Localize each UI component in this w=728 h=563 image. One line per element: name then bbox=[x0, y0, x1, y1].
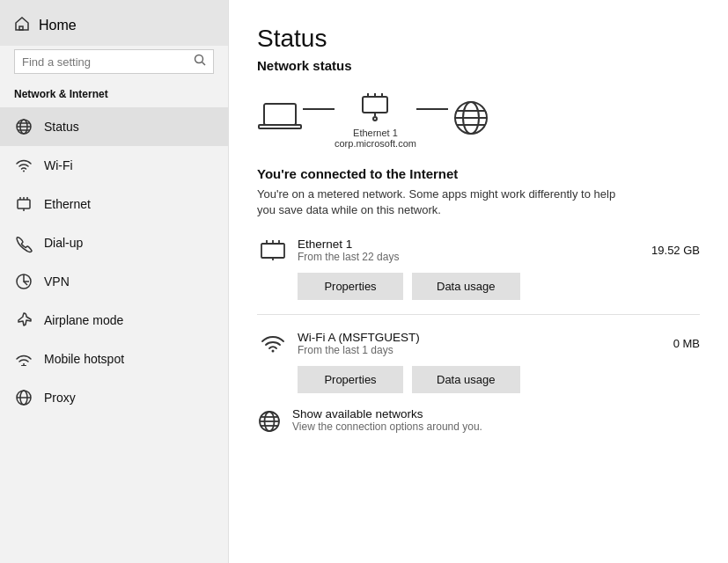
sidebar-item-hotspot[interactable]: Mobile hotspot bbox=[0, 340, 228, 378]
dialup-icon bbox=[14, 233, 33, 252]
wifi-card-name: Wi-Fi A (MSFTGUEST) bbox=[298, 331, 659, 344]
sidebar-item-label-dialup: Dial-up bbox=[44, 236, 83, 250]
wifi-icon bbox=[14, 156, 33, 175]
sidebar-item-dialup[interactable]: Dial-up bbox=[0, 223, 228, 262]
ethernet-card-buttons: Properties Data usage bbox=[298, 273, 700, 300]
router-icon bbox=[352, 87, 398, 124]
ethernet-card-size: 19.52 GB bbox=[651, 244, 700, 257]
sidebar-item-wifi[interactable]: Wi-Fi bbox=[0, 146, 228, 185]
svg-point-1 bbox=[195, 55, 203, 63]
svg-rect-9 bbox=[18, 200, 30, 208]
network-card-ethernet: Ethernet 1 From the last 22 days 19.52 G… bbox=[257, 234, 700, 300]
diagram-line-1 bbox=[303, 108, 335, 110]
sidebar-item-label-wifi: Wi-Fi bbox=[44, 158, 73, 172]
home-icon bbox=[14, 16, 30, 35]
show-networks-title: Show available networks bbox=[292, 407, 482, 420]
ethernet-data-usage-button[interactable]: Data usage bbox=[412, 273, 520, 300]
sidebar-item-home[interactable]: Home bbox=[0, 0, 228, 46]
diagram-router: Ethernet 1 corp.microsoft.com bbox=[335, 87, 416, 149]
status-globe-icon bbox=[14, 117, 33, 136]
svg-rect-23 bbox=[363, 97, 387, 113]
connected-heading: You're connected to the Internet bbox=[257, 166, 700, 181]
diagram-internet bbox=[448, 99, 494, 136]
show-networks-icon bbox=[257, 409, 282, 434]
wifi-card-text: Wi-Fi A (MSFTGUEST) From the last 1 days bbox=[298, 331, 659, 356]
diagram-line-2 bbox=[416, 108, 448, 110]
wifi-card-size: 0 MB bbox=[673, 337, 700, 350]
airplane-icon bbox=[14, 311, 33, 330]
svg-point-37 bbox=[272, 350, 275, 353]
search-input[interactable] bbox=[22, 55, 194, 69]
sidebar-item-label-status: Status bbox=[44, 120, 79, 134]
svg-rect-20 bbox=[264, 104, 296, 125]
sidebar-item-ethernet[interactable]: Ethernet bbox=[0, 185, 228, 223]
sidebar-item-proxy[interactable]: Proxy bbox=[0, 378, 228, 417]
sidebar-item-vpn[interactable]: VPN bbox=[0, 262, 228, 301]
ethernet-properties-button[interactable]: Properties bbox=[298, 273, 403, 300]
search-icon bbox=[194, 54, 206, 69]
ethernet-icon bbox=[14, 194, 33, 214]
svg-point-28 bbox=[373, 117, 377, 121]
show-networks-text: Show available networks View the connect… bbox=[292, 407, 482, 433]
network-status-label: Network status bbox=[257, 58, 700, 73]
main-content: Status Network status bbox=[229, 0, 728, 563]
wifi-card-sub: From the last 1 days bbox=[298, 344, 659, 356]
page-title: Status bbox=[257, 25, 700, 53]
wifi-properties-button[interactable]: Properties bbox=[298, 366, 403, 393]
svg-rect-16 bbox=[21, 365, 26, 366]
sidebar-item-label-hotspot: Mobile hotspot bbox=[44, 352, 124, 366]
globe-icon bbox=[448, 99, 494, 136]
hotspot-icon bbox=[14, 349, 33, 369]
svg-point-8 bbox=[23, 171, 25, 172]
svg-point-15 bbox=[23, 363, 25, 365]
card-divider bbox=[257, 314, 700, 315]
svg-rect-32 bbox=[261, 244, 284, 258]
svg-rect-0 bbox=[19, 26, 23, 30]
home-label: Home bbox=[39, 18, 77, 33]
sidebar: Home Network & Internet Status bbox=[0, 0, 229, 563]
network-diagram: Ethernet 1 corp.microsoft.com bbox=[257, 87, 700, 149]
search-box[interactable] bbox=[14, 49, 214, 74]
vpn-icon bbox=[14, 272, 33, 291]
sidebar-item-status[interactable]: Status bbox=[0, 107, 228, 146]
svg-line-2 bbox=[202, 62, 206, 66]
sidebar-item-label-vpn: VPN bbox=[44, 274, 70, 289]
wifi-card-icon bbox=[257, 327, 289, 359]
sidebar-item-airplane[interactable]: Airplane mode bbox=[0, 301, 228, 340]
sidebar-category: Network & Internet bbox=[0, 84, 228, 107]
ethernet-card-sub: From the last 22 days bbox=[298, 251, 637, 263]
proxy-icon bbox=[14, 388, 33, 407]
sidebar-item-label-proxy: Proxy bbox=[44, 391, 76, 405]
diagram-connection-name: Ethernet 1 corp.microsoft.com bbox=[335, 128, 416, 149]
sidebar-item-label-airplane: Airplane mode bbox=[44, 313, 123, 327]
diagram-laptop bbox=[257, 99, 303, 136]
connected-desc: You're on a metered network. Some apps m… bbox=[257, 186, 627, 218]
show-networks[interactable]: Show available networks View the connect… bbox=[257, 407, 700, 434]
laptop-icon bbox=[257, 99, 303, 136]
network-card-wifi: Wi-Fi A (MSFTGUEST) From the last 1 days… bbox=[257, 327, 700, 393]
wifi-card-buttons: Properties Data usage bbox=[298, 366, 700, 393]
wifi-data-usage-button[interactable]: Data usage bbox=[412, 366, 520, 393]
ethernet-card-name: Ethernet 1 bbox=[298, 238, 637, 251]
show-networks-sub: View the connection options around you. bbox=[292, 420, 482, 433]
ethernet-card-text: Ethernet 1 From the last 22 days bbox=[298, 238, 637, 263]
sidebar-item-label-ethernet: Ethernet bbox=[44, 197, 91, 211]
ethernet-card-icon bbox=[257, 234, 289, 266]
